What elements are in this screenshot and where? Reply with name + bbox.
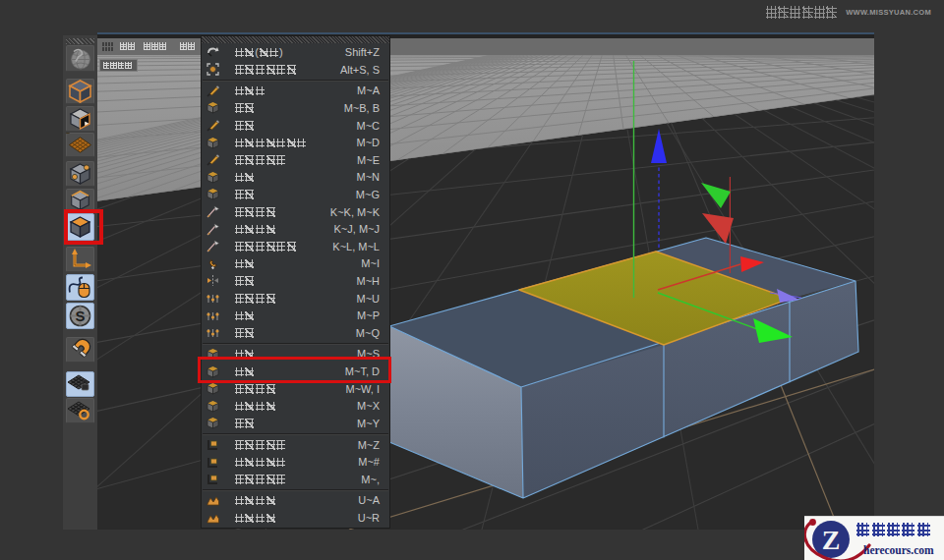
svg-text:S: S [75, 308, 85, 324]
svg-text:Z: Z [822, 525, 841, 555]
